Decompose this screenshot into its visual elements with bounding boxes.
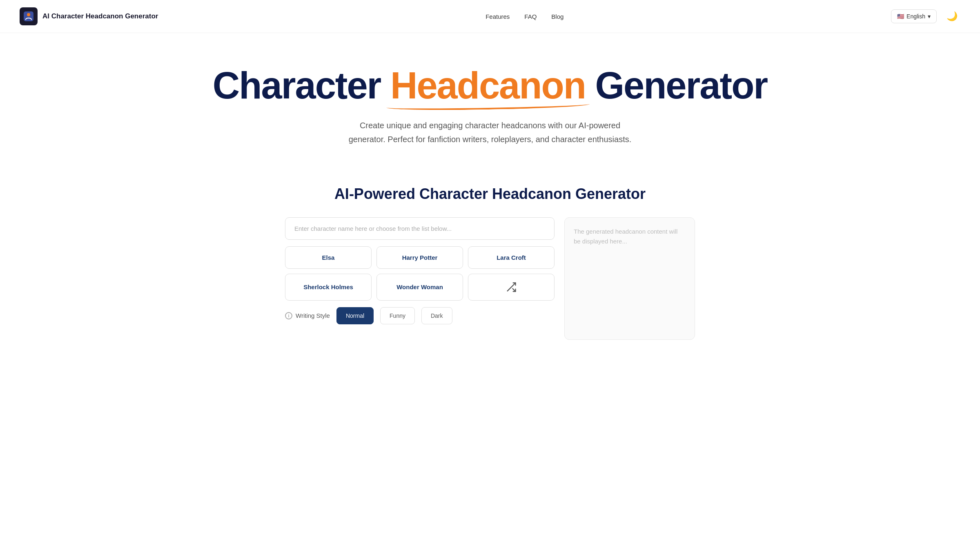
brand-logo-icon bbox=[20, 7, 38, 25]
nav-links: Features FAQ Blog bbox=[486, 13, 564, 20]
output-placeholder-text: The generated headcanon content will be … bbox=[574, 227, 686, 246]
writing-style-row: i Writing Style Normal Funny Dark bbox=[285, 307, 555, 324]
style-btn-funny[interactable]: Funny bbox=[380, 307, 415, 324]
char-btn-lara-croft[interactable]: Lara Croft bbox=[468, 246, 555, 269]
generator-left-panel: Elsa Harry Potter Lara Croft Sherlock Ho… bbox=[285, 217, 555, 324]
generator-section-title: AI-Powered Character Headcanon Generator bbox=[285, 185, 695, 203]
brand-logo-link[interactable]: AI Character Headcanon Generator bbox=[20, 7, 158, 25]
hero-section: Character Headcanon Generator Create uni… bbox=[0, 33, 980, 177]
brand-name: AI Character Headcanon Generator bbox=[42, 12, 158, 20]
hero-title: Character Headcanon Generator bbox=[20, 66, 960, 105]
char-btn-wonder-woman[interactable]: Wonder Woman bbox=[376, 274, 463, 301]
writing-style-text: Writing Style bbox=[296, 312, 330, 319]
dark-mode-button[interactable]: 🌙 bbox=[943, 8, 960, 25]
nav-features[interactable]: Features bbox=[486, 13, 510, 20]
chevron-down-icon: ▾ bbox=[928, 13, 931, 20]
shuffle-button[interactable] bbox=[468, 274, 555, 301]
svg-point-1 bbox=[27, 13, 30, 16]
output-panel: The generated headcanon content will be … bbox=[564, 217, 695, 340]
hero-title-highlight: Headcanon bbox=[390, 66, 586, 105]
navbar-actions: 🇺🇸 English ▾ 🌙 bbox=[891, 8, 960, 25]
hero-subtitle: Create unique and engaging character hea… bbox=[347, 118, 633, 146]
char-btn-harry-potter[interactable]: Harry Potter bbox=[376, 246, 463, 269]
char-btn-elsa[interactable]: Elsa bbox=[285, 246, 372, 269]
navbar: AI Character Headcanon Generator Feature… bbox=[0, 0, 980, 33]
hero-title-part2: Generator bbox=[586, 65, 767, 106]
hero-title-part1: Character bbox=[213, 65, 390, 106]
char-btn-sherlock-holmes[interactable]: Sherlock Holmes bbox=[285, 274, 372, 301]
generator-layout: Elsa Harry Potter Lara Croft Sherlock Ho… bbox=[285, 217, 695, 340]
flag-icon: 🇺🇸 bbox=[897, 13, 904, 20]
generator-section: AI-Powered Character Headcanon Generator… bbox=[265, 177, 715, 373]
nav-faq[interactable]: FAQ bbox=[524, 13, 537, 20]
language-label: English bbox=[906, 13, 925, 20]
language-selector[interactable]: 🇺🇸 English ▾ bbox=[891, 9, 937, 23]
nav-blog[interactable]: Blog bbox=[551, 13, 564, 20]
info-icon: i bbox=[285, 312, 292, 319]
character-grid: Elsa Harry Potter Lara Croft Sherlock Ho… bbox=[285, 246, 555, 301]
style-btn-dark[interactable]: Dark bbox=[421, 307, 452, 324]
moon-icon: 🌙 bbox=[947, 11, 958, 22]
style-btn-normal[interactable]: Normal bbox=[336, 307, 374, 324]
writing-style-label: i Writing Style bbox=[285, 312, 330, 319]
character-name-input[interactable] bbox=[285, 217, 555, 240]
